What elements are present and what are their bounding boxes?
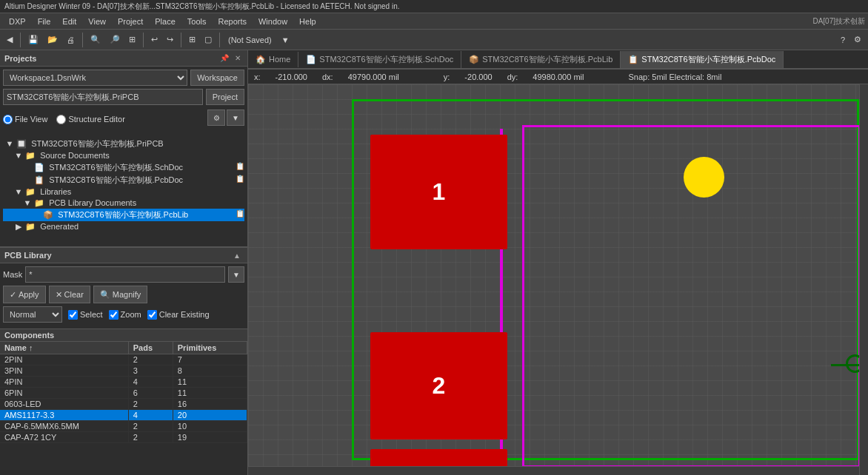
- vertical-scrollbar[interactable]: [859, 84, 868, 475]
- tab-schdoc[interactable]: 📄 STM32C8T6智能小车控制板.SchDoc: [298, 51, 461, 68]
- menu-view[interactable]: View: [82, 16, 112, 27]
- cell-name: 4PIN: [0, 377, 128, 388]
- table-row[interactable]: AMS1117-3.3 4 20: [0, 410, 247, 421]
- table-row[interactable]: CAP-6.5MMX6.5MM 2 10: [0, 421, 247, 432]
- table-row[interactable]: 3PIN 3 8: [0, 365, 247, 377]
- toolbar-sep-1: [20, 33, 21, 47]
- cell-primitives: 20: [173, 410, 247, 421]
- toolbar-back-btn[interactable]: ◀: [3, 33, 16, 47]
- components-table-wrapper[interactable]: Name ↑ Pads Primitives 2PIN 2 7 3PIN 3 8…: [0, 342, 247, 475]
- tree-item-root[interactable]: ▼ 🔲 STM32C8T6智能小车控制板.PriPCB: [3, 138, 244, 150]
- toolbar-help-btn[interactable]: ?: [837, 33, 849, 47]
- toolbar-zoom-out-btn[interactable]: 🔎: [106, 33, 124, 47]
- menu-edit[interactable]: Edit: [56, 16, 82, 27]
- col-name[interactable]: Name ↑: [0, 342, 128, 354]
- pcb-library-header: PCB Library ▲: [0, 247, 247, 263]
- tab-home[interactable]: 🏠 Home: [248, 52, 298, 67]
- pcb-component-2[interactable]: 2: [370, 332, 507, 439]
- magnify-icon: 🔍: [100, 290, 110, 300]
- horizontal-scrollbar[interactable]: [248, 466, 859, 475]
- table-row[interactable]: CAP-A72 1CY 2 19: [0, 432, 247, 443]
- clear-button[interactable]: ✕ Clear: [49, 286, 90, 303]
- tab-pcblib[interactable]: 📦 STM32C8T6智能小车控制板.PcbLib: [461, 51, 621, 68]
- mask-label: Mask: [3, 270, 22, 279]
- menu-tools[interactable]: Tools: [181, 16, 213, 27]
- menu-bar: DXP File Edit View Project Place Tools R…: [0, 13, 868, 30]
- zoom-checkbox[interactable]: [109, 310, 118, 320]
- pcb-library-content: Mask ▼ ✓ Apply ✕ Clear 🔍 Magnify: [0, 263, 247, 329]
- apply-button[interactable]: ✓ Apply: [3, 286, 46, 303]
- mask-dropdown-btn[interactable]: ▼: [228, 266, 244, 283]
- cell-primitives: 8: [173, 365, 247, 377]
- toolbar-grid-btn[interactable]: ⊞: [185, 33, 199, 47]
- y-value: -20.000: [464, 73, 492, 81]
- tree-item-pcb-lib-docs[interactable]: ▼ 📁 PCB Library Documents: [3, 198, 244, 209]
- cell-name: AMS1117-3.3: [0, 410, 128, 421]
- project-input[interactable]: [3, 89, 203, 105]
- toolbar-save-btn[interactable]: 💾: [24, 33, 42, 47]
- toolbar-zoom-in-btn[interactable]: 🔍: [87, 33, 104, 47]
- project-row: Project: [3, 89, 244, 105]
- tree-item-pcblib[interactable]: 📦 STM32C8T6智能小车控制板.PcbLib 📋: [3, 209, 244, 221]
- view-mode-row: File View Structure Editor ⚙ ▼: [3, 108, 244, 130]
- clear-x-icon: ✕: [56, 290, 62, 300]
- mask-input[interactable]: [25, 266, 225, 283]
- toolbar-redo-btn[interactable]: ↪: [163, 33, 177, 47]
- toolbar-settings-btn[interactable]: ⚙: [850, 33, 865, 47]
- title-bar: Altium Designer Winter 09 - DA[07]技术创新..…: [0, 0, 868, 13]
- cell-primitives: 19: [173, 432, 247, 443]
- menu-reports[interactable]: Reports: [212, 16, 253, 27]
- configure-btn[interactable]: ⚙: [207, 110, 225, 126]
- clear-existing-checkbox-label[interactable]: Clear Existing: [147, 310, 210, 320]
- tab-pcbdoc[interactable]: 📋 STM32C8T6智能小车控制板.PcbDoc: [621, 51, 784, 70]
- file-view-radio[interactable]: File View: [3, 115, 47, 124]
- select-checkbox-label[interactable]: Select: [68, 310, 103, 320]
- menu-dxp[interactable]: DXP: [3, 16, 32, 27]
- toolbar-undo-btn[interactable]: ↩: [147, 33, 161, 47]
- toolbar-open-btn[interactable]: 📂: [44, 33, 61, 47]
- projects-close-btn[interactable]: ✕: [233, 53, 243, 63]
- cell-name: 3PIN: [0, 365, 128, 377]
- menu-help[interactable]: Help: [293, 16, 322, 27]
- table-row[interactable]: 0603-LED 2 16: [0, 399, 247, 410]
- menu-file[interactable]: File: [32, 16, 57, 27]
- table-row[interactable]: 2PIN 2 7: [0, 354, 247, 365]
- tree-item-generated[interactable]: ▶ 📁 Generated: [3, 221, 244, 232]
- pcb-component-1[interactable]: 1: [370, 135, 507, 249]
- toolbar-dropdown-btn[interactable]: ▼: [278, 33, 293, 47]
- cell-pads: 2: [128, 399, 173, 410]
- tab-bar: 🏠 Home 📄 STM32C8T6智能小车控制板.SchDoc 📦 STM32…: [248, 50, 868, 70]
- toolbar-select-btn[interactable]: ▢: [201, 33, 216, 47]
- cell-name: 6PIN: [0, 388, 128, 399]
- workspace-select[interactable]: Workspace1.DsnWrk: [3, 70, 187, 86]
- toolbar-fit-btn[interactable]: ⊞: [125, 33, 139, 47]
- structure-editor-radio[interactable]: Structure Editor: [56, 115, 124, 124]
- toolbar-print-btn[interactable]: 🖨: [63, 33, 79, 47]
- select-checkbox[interactable]: [68, 310, 78, 320]
- projects-pin-btn[interactable]: 📌: [218, 53, 231, 63]
- table-row[interactable]: 6PIN 6 11: [0, 388, 247, 399]
- pcb-canvas[interactable]: 1 2 3 4: [248, 84, 868, 475]
- left-panel: Projects 📌 ✕ Workspace1.DsnWrk Workspace…: [0, 50, 248, 475]
- cell-pads: 4: [128, 410, 173, 421]
- menu-place[interactable]: Place: [149, 16, 181, 27]
- options-btn[interactable]: ▼: [227, 110, 244, 126]
- project-tree[interactable]: ▼ 🔲 STM32C8T6智能小车控制板.PriPCB ▼ 📁 Source D…: [0, 136, 247, 247]
- tree-item-schdoc[interactable]: 📄 STM32C8T6智能小车控制板.SchDoc 📋: [3, 161, 244, 174]
- pcb-library-expand-btn[interactable]: ▲: [231, 251, 243, 260]
- pcblib-icon: 📦: [469, 55, 479, 64]
- workspace-button[interactable]: Workspace: [190, 70, 244, 86]
- project-button[interactable]: Project: [206, 89, 244, 105]
- zoom-checkbox-label[interactable]: Zoom: [109, 310, 141, 320]
- menu-window[interactable]: Window: [253, 16, 293, 27]
- table-row[interactable]: 4PIN 4 11: [0, 377, 247, 388]
- mode-select[interactable]: Normal: [3, 306, 62, 323]
- projects-panel-header: Projects 📌 ✕: [0, 50, 247, 67]
- clear-existing-checkbox[interactable]: [147, 310, 157, 320]
- magnify-button[interactable]: 🔍 Magnify: [93, 286, 148, 303]
- home-icon: 🏠: [256, 55, 266, 64]
- tree-item-libraries[interactable]: ▼ 📁 Libraries: [3, 186, 244, 198]
- menu-project[interactable]: Project: [112, 16, 149, 27]
- tree-item-source-docs[interactable]: ▼ 📁 Source Documents: [3, 150, 244, 161]
- tree-item-pcbdoc[interactable]: 📋 STM32C8T6智能小车控制板.PcbDoc 📋: [3, 174, 244, 186]
